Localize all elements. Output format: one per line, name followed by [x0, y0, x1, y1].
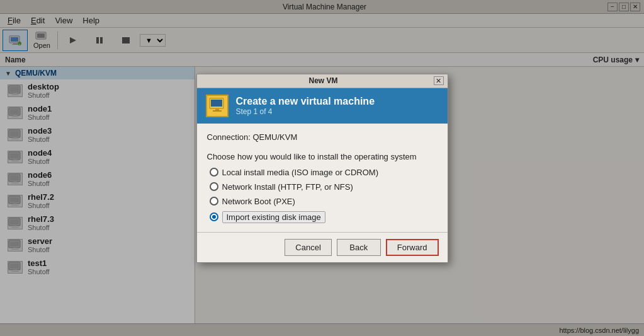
- install-options: Local install media (ISO image or CDROM)…: [210, 168, 438, 223]
- radio-import-dot: [212, 215, 216, 219]
- connection-label: Connection:: [207, 132, 253, 142]
- modal-overlay: New VM ✕ Create a new virtual machine St…: [0, 0, 644, 336]
- option-network-install[interactable]: Network Install (HTTP, FTP, or NFS): [210, 182, 438, 192]
- modal-footer: Cancel Back Forward: [197, 232, 448, 262]
- option-local-label: Local install media (ISO image or CDROM): [222, 168, 379, 177]
- new-vm-dialog: New VM ✕ Create a new virtual machine St…: [196, 74, 448, 263]
- connection-line: Connection: QEMU/KVM: [207, 132, 438, 142]
- back-button[interactable]: Back: [337, 239, 381, 256]
- modal-close-button[interactable]: ✕: [434, 76, 444, 85]
- svg-rect-49: [211, 100, 222, 107]
- modal-title: New VM: [213, 76, 434, 85]
- modal-banner: Create a new virtual machine Step 1 of 4: [197, 88, 448, 124]
- modal-titlebar: New VM ✕: [197, 74, 448, 88]
- modal-banner-step: Step 1 of 4: [236, 107, 375, 116]
- svg-rect-51: [213, 110, 222, 112]
- radio-local[interactable]: [210, 168, 218, 177]
- option-network-install-label: Network Install (HTTP, FTP, or NFS): [222, 182, 353, 192]
- cancel-button[interactable]: Cancel: [285, 239, 331, 256]
- forward-button[interactable]: Forward: [386, 239, 439, 256]
- option-network-boot[interactable]: Network Boot (PXE): [210, 197, 438, 206]
- option-import-label: Import existing disk image: [222, 211, 325, 223]
- modal-banner-title: Create a new virtual machine: [236, 96, 375, 107]
- option-import[interactable]: Import existing disk image: [210, 211, 438, 223]
- vm-banner-icon: [206, 95, 229, 117]
- modal-banner-text: Create a new virtual machine Step 1 of 4: [236, 96, 375, 116]
- install-instruction: Choose how you would like to install the…: [207, 152, 438, 161]
- modal-body: Connection: QEMU/KVM Choose how you woul…: [197, 124, 448, 232]
- option-local[interactable]: Local install media (ISO image or CDROM): [210, 168, 438, 177]
- radio-network-boot[interactable]: [210, 197, 218, 206]
- option-network-boot-label: Network Boot (PXE): [222, 197, 295, 206]
- connection-value: QEMU/KVM: [253, 132, 298, 142]
- radio-network-install[interactable]: [210, 182, 218, 191]
- svg-rect-50: [215, 108, 219, 110]
- radio-import[interactable]: [210, 212, 218, 221]
